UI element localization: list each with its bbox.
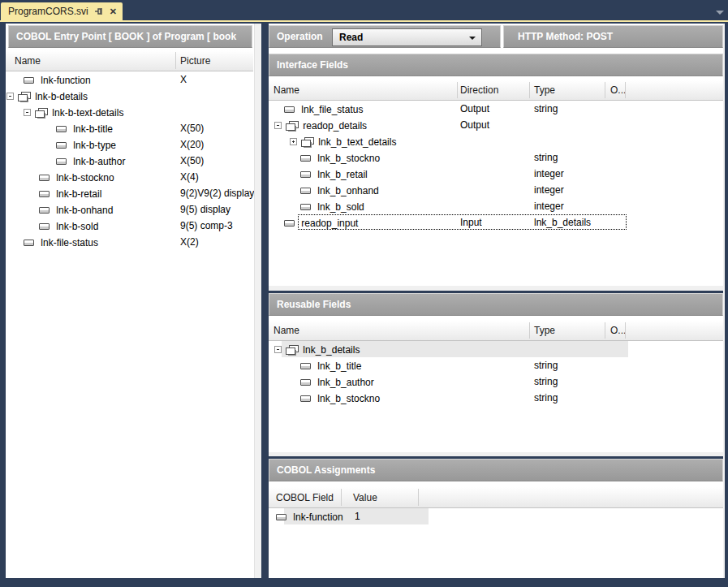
- close-icon[interactable]: ✕: [110, 7, 117, 15]
- interface-fields-header: Interface Fields: [269, 54, 723, 76]
- document-tab[interactable]: ProgramCORS.svi ✕: [1, 2, 123, 20]
- column-header-name[interactable]: Name: [274, 80, 299, 100]
- tree-row[interactable]: lnk-b-stockno X(4): [6, 169, 253, 185]
- group-icon: [35, 108, 47, 118]
- tree-row[interactable]: lnk_b_onhand integer: [269, 182, 723, 198]
- tree-row[interactable]: lnk_b_text_details: [269, 133, 723, 149]
- tree-row[interactable]: lnk_b_retail integer: [269, 166, 723, 182]
- field-name: lnk_b_onhand: [317, 185, 378, 196]
- column-separator[interactable]: [529, 82, 530, 98]
- column-header-type[interactable]: Type: [534, 80, 555, 100]
- column-separator[interactable]: [341, 489, 342, 506]
- field-direction: Output: [460, 117, 489, 133]
- field-picture: 9(2)V9(2) display: [180, 185, 254, 201]
- field-icon: [56, 158, 67, 165]
- tree-row[interactable]: lnk_b_sold integer: [269, 198, 723, 214]
- column-header-cobol-field[interactable]: COBOL Field: [276, 487, 334, 507]
- operation-select[interactable]: Read: [332, 28, 482, 46]
- tree-row[interactable]: readop_details Output: [269, 117, 723, 133]
- tree-row[interactable]: lnk-file-status X(2): [6, 234, 253, 250]
- tree-row[interactable]: lnk-b-sold 9(5) comp-3: [6, 218, 253, 234]
- expander-plus-icon[interactable]: [290, 138, 297, 145]
- field-icon: [56, 142, 67, 149]
- field-icon: [276, 514, 286, 520]
- field-icon: [39, 207, 50, 214]
- tree-row[interactable]: lnk_b_stockno string: [269, 149, 723, 166]
- tab-title: ProgramCORS.svi: [8, 6, 88, 17]
- pin-icon[interactable]: [94, 6, 104, 16]
- tree-row[interactable]: lnk_b_title string: [269, 357, 723, 373]
- column-separator[interactable]: [605, 322, 605, 339]
- field-picture: X(2): [180, 234, 199, 250]
- column-separator[interactable]: [605, 82, 605, 98]
- tree-row[interactable]: lnk_b_stockno string: [269, 390, 723, 406]
- field-type: string: [534, 149, 558, 166]
- tree-row[interactable]: lnk_file_status Output string: [269, 101, 723, 117]
- column-header-name[interactable]: Name: [274, 321, 299, 340]
- column-separator[interactable]: [529, 322, 530, 339]
- assignment-field: lnk-function: [293, 511, 342, 523]
- tree-row[interactable]: lnk-b-retail 9(2)V9(2) display: [6, 185, 253, 201]
- field-name: lnk_b_details: [303, 344, 360, 356]
- expander-minus-icon[interactable]: [6, 93, 14, 100]
- field-name: lnk_b_stockno: [317, 153, 380, 164]
- cobol-assignments-table: lnk-function 1: [269, 508, 723, 524]
- column-separator[interactable]: [418, 489, 419, 506]
- column-header-occurs[interactable]: O...: [610, 321, 626, 340]
- document-list-dropdown-icon[interactable]: [716, 11, 724, 15]
- tree-row[interactable]: lnk-b-author X(50): [6, 153, 253, 169]
- table-row-selected[interactable]: lnk-function 1: [269, 508, 723, 524]
- tree-row[interactable]: lnk-b-type X(20): [6, 136, 253, 153]
- vertical-scrollbar[interactable]: [254, 24, 261, 578]
- field-name: lnk_b_text_details: [318, 136, 396, 148]
- tree-row[interactable]: lnk_b_author string: [269, 373, 723, 390]
- column-header-direction[interactable]: Direction: [460, 80, 498, 100]
- field-type: string: [534, 357, 558, 373]
- group-icon: [286, 345, 298, 355]
- field-picture: X(4): [180, 169, 199, 185]
- tree-row[interactable]: lnk-b-text-details: [6, 104, 253, 120]
- field-picture: X(50): [180, 153, 204, 169]
- focus-rectangle: [298, 214, 627, 230]
- field-icon: [300, 155, 311, 162]
- field-name: lnk-function: [41, 75, 90, 86]
- field-icon: [56, 126, 67, 132]
- column-header-value[interactable]: Value: [353, 487, 377, 507]
- column-header-occurs[interactable]: O...: [610, 80, 626, 100]
- expander-minus-icon[interactable]: [274, 122, 282, 129]
- field-type: integer: [534, 198, 564, 214]
- tree-row[interactable]: lnk-b-title X(50): [6, 120, 253, 136]
- group-icon: [18, 92, 30, 101]
- chevron-down-icon[interactable]: [469, 37, 476, 40]
- tree-row[interactable]: lnk-b-onhand 9(5) display: [6, 201, 253, 218]
- tree-row-selected[interactable]: readop_input Input lnk_b_details: [269, 214, 723, 231]
- field-name: lnk_b_sold: [317, 201, 364, 213]
- tree-row-selected[interactable]: lnk_b_details: [269, 341, 723, 357]
- tree-row[interactable]: lnk-b-details: [6, 88, 253, 104]
- column-header-name[interactable]: Name: [15, 50, 41, 71]
- column-header-type[interactable]: Type: [534, 321, 555, 340]
- field-name: lnk_b_retail: [317, 169, 367, 180]
- reusable-fields-table-header: Name Type O...: [269, 321, 723, 341]
- left-table-header: Name Picture: [6, 50, 253, 71]
- column-separator[interactable]: [457, 82, 458, 98]
- field-picture: X(20): [180, 136, 204, 153]
- service-interface-panel: Operation Read HTTP Method: POST Interfa…: [269, 24, 723, 578]
- field-icon: [300, 171, 311, 178]
- reusable-fields-header: Reusable Fields: [269, 293, 723, 316]
- interface-fields-table-header: Name Direction Type O...: [269, 80, 723, 101]
- expander-minus-icon[interactable]: [24, 109, 31, 116]
- cobol-entry-point-header: COBOL Entry Point [ BOOK ] of Program [ …: [8, 25, 252, 48]
- field-name: lnk-b-type: [73, 140, 116, 151]
- tree-row[interactable]: lnk-function X: [6, 71, 253, 88]
- column-separator[interactable]: [625, 82, 626, 98]
- column-separator[interactable]: [175, 52, 176, 69]
- field-name: lnk-b-retail: [56, 188, 101, 200]
- column-header-picture[interactable]: Picture: [180, 50, 210, 71]
- expander-minus-icon[interactable]: [274, 346, 282, 353]
- cobol-entry-point-panel: COBOL Entry Point [ BOOK ] of Program [ …: [6, 24, 261, 578]
- column-separator[interactable]: [625, 322, 626, 339]
- tab-accent-underline: [0, 20, 728, 22]
- field-icon: [300, 204, 311, 210]
- field-picture: X: [180, 71, 187, 88]
